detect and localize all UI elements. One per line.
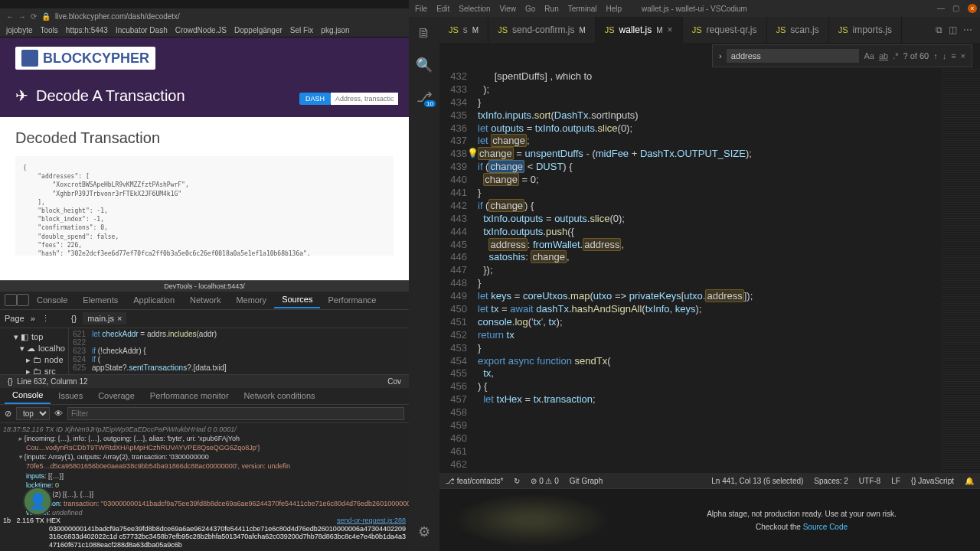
- back-icon[interactable]: ←: [6, 12, 14, 21]
- filter-input[interactable]: [67, 407, 404, 420]
- tab-application[interactable]: Application: [126, 292, 182, 308]
- context-select[interactable]: top: [16, 407, 50, 420]
- menu-help[interactable]: Help: [606, 5, 622, 13]
- pretty-print-icon[interactable]: {}: [71, 314, 77, 323]
- decoded-json[interactable]: { "addresses": [ "XoxcrotBWSApeHbLR9vKMZ…: [15, 156, 394, 256]
- pretty-icon[interactable]: {}: [8, 377, 13, 386]
- menu-edit[interactable]: Edit: [436, 5, 449, 13]
- clear-icon[interactable]: ⊘: [5, 409, 11, 419]
- bookmark-item[interactable]: Incubator Dash: [116, 26, 168, 34]
- menu-go[interactable]: Go: [525, 5, 535, 13]
- errors[interactable]: ⊘ 0 ⚠ 0: [531, 477, 558, 485]
- devtools-title: DevTools - localhost:5443/: [0, 280, 409, 292]
- more-icon[interactable]: »: [31, 314, 35, 323]
- next-icon[interactable]: ↓: [942, 51, 947, 60]
- minimap[interactable]: [942, 69, 980, 473]
- tab-network[interactable]: Network: [182, 292, 228, 308]
- tab-send-confirm[interactable]: JSsend-confirm.js M: [488, 17, 596, 43]
- tab-wallet[interactable]: JSwallet.js M ×: [596, 17, 683, 43]
- bookmark-item[interactable]: Doppelgänger: [234, 26, 283, 34]
- selection-icon[interactable]: ≡: [951, 51, 956, 60]
- browser-tab-strip[interactable]: [0, 0, 409, 8]
- avatar[interactable]: 👤: [23, 487, 52, 516]
- drawer-coverage[interactable]: Coverage: [90, 388, 142, 403]
- close-icon[interactable]: ×: [968, 4, 977, 13]
- drawer-console[interactable]: Console: [5, 387, 51, 404]
- split-icon[interactable]: ◫: [949, 24, 957, 35]
- explorer-icon[interactable]: 🗎: [416, 24, 433, 41]
- language[interactable]: {} JavaScript: [911, 477, 954, 485]
- devtools-tabs: Console Elements Application Network Mem…: [0, 292, 409, 310]
- tab-request-qr[interactable]: JSrequest-qr.js: [683, 17, 767, 43]
- bookmark-item[interactable]: Sel Fix: [290, 26, 314, 34]
- tab-s[interactable]: JSs M: [439, 17, 488, 43]
- tab-scan[interactable]: JSscan.js: [767, 17, 829, 43]
- drawer-perf[interactable]: Performance monitor: [142, 388, 237, 403]
- device-icon[interactable]: [17, 294, 29, 306]
- code-editor[interactable]: 4324334344354364374384394404414424434444…: [439, 69, 980, 473]
- branch[interactable]: ⎇ feat/contacts*: [446, 477, 503, 485]
- more-icon[interactable]: ⋯: [963, 24, 972, 35]
- console-output[interactable]: 18:37:52.116 TX ID XjhNm9JHpJEipWp9EaEDc…: [0, 423, 409, 515]
- forward-icon[interactable]: →: [18, 12, 26, 21]
- bookmark-item[interactable]: pkg.json: [321, 26, 349, 34]
- eye-icon[interactable]: 👁: [54, 409, 63, 418]
- minimize-icon[interactable]: —: [937, 4, 946, 13]
- compare-icon[interactable]: ⧉: [936, 24, 942, 35]
- menu-file[interactable]: File: [415, 5, 427, 13]
- logo-text: BLOCKCYPHER: [43, 51, 149, 67]
- close-icon[interactable]: ×: [117, 314, 122, 323]
- menu-terminal[interactable]: Terminal: [568, 5, 597, 13]
- tab-performance[interactable]: Performance: [320, 292, 384, 308]
- encoding[interactable]: UTF-8: [859, 477, 880, 485]
- file-tab[interactable]: main.js ×: [83, 312, 126, 324]
- tab-elements[interactable]: Elements: [75, 292, 126, 308]
- drawer-network[interactable]: Network conditions: [237, 388, 323, 403]
- tab-imports[interactable]: JSimports.js: [829, 17, 902, 43]
- git-graph[interactable]: Git Graph: [570, 477, 603, 485]
- menu-run[interactable]: Run: [544, 5, 558, 13]
- eol[interactable]: LF: [891, 477, 900, 485]
- menu-view[interactable]: View: [500, 5, 517, 13]
- scm-icon[interactable]: ⎇10: [416, 89, 433, 106]
- blockcypher-logo[interactable]: BLOCKCYPHER: [15, 47, 155, 70]
- tab-memory[interactable]: Memory: [228, 292, 274, 308]
- prev-icon[interactable]: ↑: [933, 51, 938, 60]
- case-icon[interactable]: Aa: [864, 51, 874, 60]
- close-icon[interactable]: ×: [668, 24, 673, 35]
- dash-dropdown[interactable]: DASH: [299, 93, 331, 105]
- source-link[interactable]: send-or-request.js:288: [337, 517, 406, 525]
- bell-icon[interactable]: 🔔: [965, 477, 974, 485]
- indent[interactable]: Spaces: 2: [814, 477, 848, 485]
- find-input[interactable]: [727, 49, 860, 63]
- regex-icon[interactable]: .*: [893, 51, 898, 60]
- file-tree[interactable]: ▾ ◧ top ▾ ☁ localho ▸ 🗀 node ▸ 🗀 src: [0, 328, 69, 374]
- source-code[interactable]: 621 let checkAddr = addrs.includes(addr)…: [69, 328, 409, 374]
- tree-local: ▾ ☁ localho: [3, 343, 65, 354]
- url-bar[interactable]: live.blockcypher.com/dash/decodetx/: [55, 12, 180, 21]
- search-input[interactable]: [331, 93, 398, 105]
- bookmark-item[interactable]: https:h:5443: [66, 26, 108, 34]
- inspect-icon[interactable]: [5, 294, 17, 306]
- alpha-warning: Alpha stage, not production ready. Use a…: [707, 510, 897, 518]
- drawer-issues[interactable]: Issues: [51, 388, 90, 403]
- menu-selection[interactable]: Selection: [459, 5, 490, 13]
- sync-icon[interactable]: ↻: [514, 477, 520, 485]
- find-widget: › Aa ab .* ? of 60 ↑ ↓ ≡ ×: [712, 44, 972, 67]
- tab-sources[interactable]: Sources: [274, 292, 320, 308]
- chevron-right-icon[interactable]: ›: [719, 51, 722, 60]
- word-icon[interactable]: ab: [879, 51, 888, 60]
- bookmark-item[interactable]: jojobyte: [6, 26, 32, 34]
- cursor-pos[interactable]: Ln 441, Col 13 (6 selected): [711, 477, 803, 485]
- search-icon[interactable]: 🔍: [416, 57, 433, 73]
- reload-icon[interactable]: ⟳: [31, 12, 37, 21]
- maximize-icon[interactable]: ▢: [952, 4, 962, 13]
- source-link[interactable]: Source Code: [803, 523, 848, 531]
- kebab-icon[interactable]: ⋮: [41, 314, 50, 324]
- settings-icon[interactable]: ⚙: [416, 523, 433, 540]
- bookmark-item[interactable]: CrowdNode.JS: [175, 26, 227, 34]
- bookmark-item[interactable]: Tools: [40, 26, 57, 34]
- tab-console[interactable]: Console: [29, 292, 75, 308]
- close-icon[interactable]: ×: [961, 51, 965, 60]
- page-label[interactable]: Page: [5, 314, 24, 323]
